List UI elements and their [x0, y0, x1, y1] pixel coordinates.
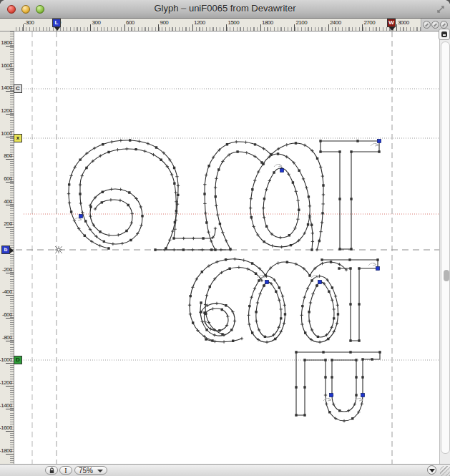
ruler-label: 300 — [92, 19, 100, 26]
ruler-major-tick — [6, 409, 14, 409]
x-height-marker[interactable]: x — [14, 134, 22, 142]
baseline-marker[interactable]: b — [1, 246, 10, 254]
dropdown-caret-icon — [97, 470, 103, 472]
zoom-level-dropdown[interactable]: 75% — [74, 466, 107, 475]
ruler-label: -1200 — [0, 379, 12, 386]
marker-pointer-icon — [389, 27, 395, 31]
ruler-major-tick — [6, 431, 14, 432]
ruler-label: 1400 — [0, 84, 12, 91]
ruler-label: -1800 — [0, 447, 12, 454]
glyph-edit-window: Glyph – uniF0065 from Devawriter -300030… — [0, 0, 450, 476]
zoom-level-value: 75% — [79, 467, 93, 475]
ruler-major-tick — [6, 318, 14, 319]
horizontal-ruler[interactable]: -300030060090012001500180021002400270030… — [0, 19, 421, 31]
ruler-label: -400 — [0, 288, 12, 295]
ruler-label: 400 — [0, 198, 12, 205]
ruler-major-tick — [362, 24, 363, 31]
ruler-tool-button-2[interactable] — [431, 21, 439, 29]
ruler-tool-button-3[interactable] — [440, 21, 448, 29]
horizontal-ruler-ticks — [14, 27, 421, 31]
ruler-label: 1000 — [0, 130, 12, 137]
glyph-canvas[interactable] — [14, 31, 439, 464]
ruler-major-tick — [6, 114, 14, 115]
ruler-label: 1600 — [0, 62, 12, 69]
ruler-major-tick — [260, 24, 261, 31]
ruler-label: 600 — [0, 175, 12, 182]
vertical-scrollbar[interactable] — [439, 31, 450, 464]
titlebar[interactable]: Glyph – uniF0065 from Devawriter — [0, 0, 450, 19]
ruler-tool-button-1[interactable] — [423, 21, 431, 29]
descender-marker[interactable]: D — [14, 356, 22, 364]
ruler-label: 2700 — [363, 19, 375, 26]
ruler-label: -1000 — [0, 356, 12, 363]
ruler-label: 600 — [126, 19, 134, 26]
ruler-major-tick — [294, 24, 295, 31]
window-resize-icon[interactable] — [436, 4, 446, 14]
ruler-major-tick — [328, 24, 329, 31]
scroll-down-button[interactable] — [427, 465, 436, 475]
ruler-label: 800 — [0, 152, 12, 159]
ruler-major-tick — [6, 46, 14, 47]
ruler-label: -1400 — [0, 402, 12, 409]
info-button[interactable]: I — [59, 466, 72, 475]
ruler-label: 2400 — [330, 19, 341, 26]
ruler-label: 1200 — [0, 107, 12, 114]
ruler-major-tick — [6, 69, 14, 69]
ruler-major-tick — [6, 182, 14, 183]
ruler-major-tick — [23, 24, 24, 31]
ruler-label: 2100 — [295, 19, 307, 26]
ruler-major-tick — [6, 227, 14, 228]
ruler-major-tick — [6, 205, 14, 205]
window-title: Glyph – uniF0065 from Devawriter — [0, 3, 450, 14]
ruler-label: -300 — [24, 19, 34, 26]
ruler-label: 900 — [160, 19, 168, 26]
ruler-label: -600 — [0, 311, 12, 318]
cap-height-marker[interactable]: C — [14, 84, 22, 93]
ruler-label: 3000 — [398, 19, 409, 26]
ruler-label: 1800 — [262, 19, 273, 26]
lock-button[interactable] — [45, 466, 58, 475]
marker-pointer-icon — [10, 248, 14, 253]
ruler-major-tick — [6, 159, 14, 160]
ruler-major-tick — [6, 137, 14, 137]
glyph-outline-drawing — [14, 31, 439, 464]
ruler-label: -200 — [0, 266, 12, 273]
panel-button[interactable] — [439, 29, 450, 40]
ruler-major-tick — [6, 454, 14, 455]
ruler-major-tick — [396, 24, 397, 31]
ruler-label: 200 — [0, 220, 12, 227]
lock-icon — [49, 467, 55, 474]
ruler-major-tick — [6, 363, 14, 364]
width-marker[interactable]: W — [387, 19, 396, 27]
ruler-label: 1800 — [0, 39, 12, 46]
panel-icon — [441, 31, 447, 37]
ruler-major-tick — [6, 341, 14, 341]
ruler-label: 1200 — [194, 19, 205, 26]
ruler-major-tick — [6, 273, 14, 273]
vertical-scroll-track[interactable] — [441, 42, 450, 454]
resize-grip[interactable] — [440, 466, 450, 476]
ruler-major-tick — [192, 24, 193, 31]
ruler-major-tick — [6, 386, 14, 387]
ruler-major-tick — [158, 24, 159, 31]
origin-marker[interactable]: L — [52, 19, 61, 27]
ruler-major-tick — [124, 24, 125, 31]
ruler-label: -1600 — [0, 424, 12, 431]
ruler-label: 1500 — [228, 19, 239, 26]
ruler-major-tick — [6, 295, 14, 296]
marker-pointer-icon — [54, 27, 60, 31]
ruler-major-tick — [6, 91, 14, 92]
status-bar: I 75% — [0, 464, 450, 476]
ruler-major-tick — [90, 24, 91, 31]
ruler-major-tick — [226, 24, 227, 31]
vertical-scroll-thumb[interactable] — [444, 270, 449, 281]
ruler-label: -800 — [0, 334, 12, 341]
